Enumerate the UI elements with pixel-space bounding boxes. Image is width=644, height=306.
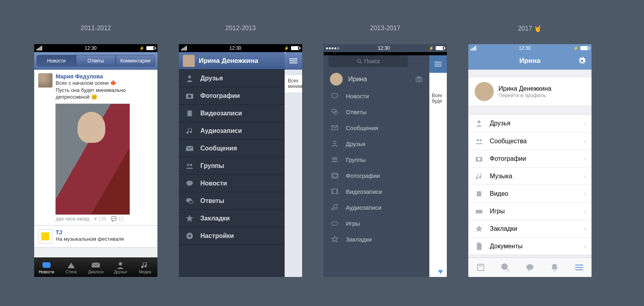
feed-post[interactable]: TJ На музыкальном фестивале [34,226,157,248]
signal-icon [181,46,187,51]
drawer-item-groups[interactable]: Группы [324,152,429,168]
drawer-item-friends[interactable]: Друзья [179,70,285,87]
tab-notifications[interactable] [542,258,567,277]
status-time: 12:30 [378,45,390,51]
battery-icon [580,46,589,50]
list-item-bookmarks[interactable]: Закладки› [468,220,592,237]
search-icon [500,263,510,272]
svg-point-34 [479,139,482,141]
drawer-item-games[interactable]: Игры [324,215,429,231]
post-author[interactable]: TJ [56,229,124,236]
chevron-right-icon: › [584,208,586,215]
heart-icon[interactable]: ♥ 139 [94,216,107,222]
drawer-item-replies[interactable]: Ответы [324,104,429,120]
era-caption: 2011-2012 [34,25,157,32]
segment-news[interactable]: Новости [37,55,76,66]
photos-icon [331,172,339,179]
drawer-item-audio[interactable]: Аудиозаписи [324,199,429,215]
svg-point-43 [502,264,507,269]
drawer-item-photos[interactable]: Фотографии [179,87,285,105]
drawer-item-bookmarks[interactable]: Закладки [324,231,429,247]
svg-rect-38 [476,191,477,196]
tab-messages[interactable] [518,258,542,277]
tab-friends[interactable]: Друзья [108,258,133,277]
content-peek[interactable]: Всехминим [285,52,302,277]
tab-media[interactable]: Медиа [133,258,157,277]
envelope-icon [331,124,339,132]
list-item-video[interactable]: Видео› [468,185,592,202]
film-icon [185,109,194,118]
avatar[interactable] [475,82,494,101]
post-photo[interactable] [56,104,130,214]
drawer-item-friends[interactable]: Друзья [324,136,429,152]
svg-point-36 [477,158,480,160]
page-title: Ирина [520,57,541,65]
avatar[interactable] [38,229,52,244]
drawer-item-videos[interactable]: Видеозаписи [324,183,429,199]
list-item-photos[interactable]: Фотографии› [468,150,592,167]
drawer-item-replies[interactable]: Ответы [179,192,285,210]
tab-menu[interactable] [567,258,592,277]
hamburger-button[interactable] [429,55,447,73]
avatar[interactable] [183,55,195,67]
chevron-right-icon: › [584,120,586,127]
segment-replies[interactable]: Ответы [76,55,115,66]
tab-dialogs[interactable]: Диалоги [83,258,108,277]
svg-point-14 [189,201,193,203]
avatar[interactable] [330,73,343,86]
list-item-games[interactable]: Игры› [468,202,592,220]
drawer-item-news[interactable]: Новости [179,175,285,192]
camera-icon[interactable] [415,75,423,83]
person-icon [331,140,339,148]
tab-search[interactable] [493,258,518,277]
status-time: 12:30 [519,45,531,51]
tab-feed[interactable] [468,258,493,277]
svg-point-17 [357,59,360,62]
menu-icon [575,267,583,268]
drawer-item-audio[interactable]: Аудиозаписи [179,122,285,140]
menu-icon [435,64,442,64]
hamburger-button[interactable] [285,52,302,70]
svg-rect-40 [475,210,483,213]
list-item-communities[interactable]: Сообщества› [468,132,592,150]
post-author[interactable]: Мария Федулова [56,73,153,80]
tab-news[interactable]: Новости [34,258,59,277]
gear-icon[interactable] [578,57,586,65]
feed-icon [476,263,485,272]
svg-rect-41 [477,264,484,271]
svg-rect-42 [479,265,483,266]
svg-rect-8 [192,110,193,116]
list-item-friends[interactable]: Друзья› [468,115,592,132]
drawer-item-photos[interactable]: Фотографии [324,168,429,183]
menu-list: Друзья› Сообщества› Фотографии› Музыка› … [468,114,592,255]
svg-point-12 [186,180,193,185]
search-input[interactable]: Поиск [328,55,408,67]
drawer-header[interactable]: Ирина Денежкина [179,52,285,70]
drawer-item-groups[interactable]: Группы [179,157,285,175]
heart-icon[interactable]: ♥ [438,267,443,276]
feed-post[interactable]: Мария Федулова Всех с началом осени 🍁Пус… [34,70,157,226]
tab-bar: Новости Стена Диалоги Друзья Медиа [34,257,157,277]
profile-name: Ирина Денежкина [199,57,258,65]
comment-icon[interactable]: 💬 12 [111,216,124,222]
feed[interactable]: Мария Федулова Всех с началом осени 🍁Пус… [34,70,157,257]
post-meta: два часа назад ♥ 139 💬 12 [56,216,153,222]
drawer-item-news[interactable]: Новости [324,88,429,104]
drawer-item-messages[interactable]: Сообщения [324,120,429,136]
profile-row[interactable]: Ирина [324,70,429,88]
tab-wall[interactable]: Стена [59,258,83,277]
profile-card[interactable]: Ирина Денежкина Перейти в профиль [468,77,592,106]
status-bar: 12:30 ⚡ [179,44,302,52]
bluetooth-icon: ⚡ [429,46,434,51]
list-item-documents[interactable]: Документы› [468,237,592,255]
avatar[interactable] [38,73,52,88]
drawer-item-settings[interactable]: Настройки [179,227,285,245]
content-peek[interactable]: Всехбуде ♥ [429,55,447,277]
segment-comments[interactable]: Комментарии [116,55,155,66]
drawer-item-bookmarks[interactable]: Закладки [179,210,285,227]
list-item-music[interactable]: Музыка› [468,167,592,185]
drawer-item-videos[interactable]: Видеозаписи [179,105,285,122]
camera-icon [185,92,194,100]
battery-icon [146,46,155,50]
drawer-item-messages[interactable]: Сообщения [179,140,285,157]
